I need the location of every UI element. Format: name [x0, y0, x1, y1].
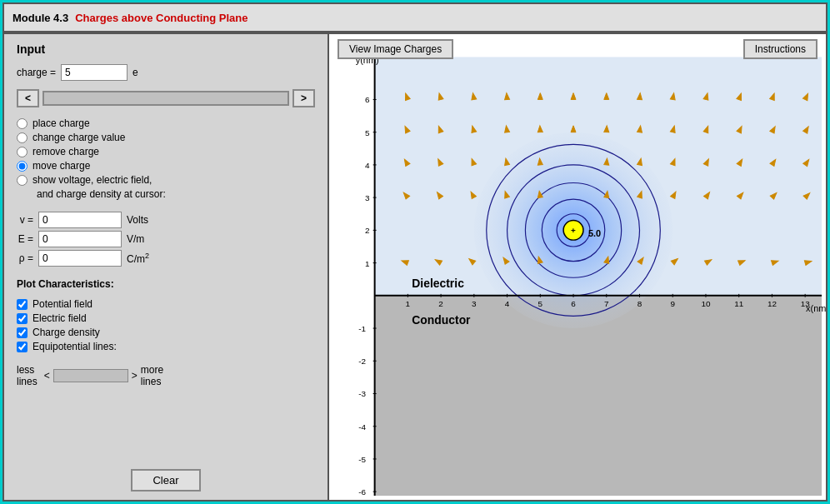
svg-text:6: 6: [571, 299, 576, 308]
right-panel: View Image Charges Instructions: [329, 34, 826, 500]
radio-cursor-info-label: and charge density at cursor:: [37, 188, 166, 200]
radio-remove-charge-input[interactable]: [17, 147, 28, 157]
cb-charge-density-label: Charge density: [32, 327, 100, 338]
left-panel: Input charge = e < > place charge cha: [4, 34, 329, 500]
charge-plus: +: [571, 226, 576, 235]
svg-text:-4: -4: [358, 422, 366, 432]
rho-row: ρ = C/m2: [17, 250, 315, 267]
radio-move-charge-input[interactable]: [17, 161, 28, 172]
svg-text:4: 4: [505, 299, 510, 308]
voltage-input[interactable]: [38, 212, 122, 228]
radio-group: place charge change charge value remove …: [17, 117, 315, 200]
radio-move-charge-label: move charge: [32, 160, 90, 172]
radio-change-charge: change charge value: [17, 132, 315, 143]
module-number: Module 4.3: [12, 12, 68, 24]
cb-electric: Electric field: [17, 312, 315, 324]
radio-remove-charge: remove charge: [17, 146, 315, 157]
field-group: v = Volts E = V/m ρ = C/m2: [17, 212, 315, 267]
radio-change-charge-label: change charge value: [32, 132, 125, 143]
radio-place-charge-input[interactable]: [17, 118, 28, 129]
cb-equipotential: Equipotential lines:: [17, 341, 315, 352]
svg-text:-3: -3: [358, 389, 366, 398]
title-bar: Module 4.3 Charges above Conducting Plan…: [2, 2, 828, 32]
panel-title: Input: [17, 42, 315, 56]
svg-text:-1: -1: [358, 324, 366, 333]
rho-label: ρ =: [17, 252, 33, 264]
radio-show-voltage-label: show voltage, electric field,: [32, 174, 152, 186]
slider-left-btn[interactable]: <: [17, 89, 39, 107]
module-title: Charges above Conducting Plane: [75, 12, 248, 24]
charge-value-label: 5.0: [588, 228, 601, 238]
slider-right-btn[interactable]: >: [292, 89, 315, 107]
cb-charge-density: Charge density: [17, 327, 315, 338]
cb-charge-density-input[interactable]: [17, 327, 28, 338]
cb-potential: Potential field: [17, 298, 315, 310]
svg-text:8: 8: [638, 299, 642, 308]
lines-row: lesslines < > morelines: [17, 364, 315, 387]
radio-show-voltage-input[interactable]: [17, 175, 28, 186]
slider-track[interactable]: [42, 91, 289, 106]
svg-text:-2: -2: [358, 357, 366, 366]
plot-chars-title: Plot Characteristics:: [17, 278, 315, 290]
cb-equipotential-label: Equipotential lines:: [32, 341, 117, 352]
lines-more-label: morelines: [141, 364, 163, 387]
charge-input[interactable]: [61, 64, 128, 81]
radio-cursor-info: and charge density at cursor:: [17, 188, 315, 200]
svg-text:5: 5: [538, 299, 543, 308]
radio-show-voltage: show voltage, electric field,: [17, 174, 315, 186]
charge-label: charge =: [17, 67, 56, 78]
svg-text:-5: -5: [358, 455, 366, 464]
radio-place-charge-label: place charge: [32, 117, 90, 129]
v-label: v =: [17, 214, 33, 226]
field-canvas: x(nm) 1 2 3 4 5 6 7: [329, 34, 826, 500]
svg-text:13: 13: [801, 299, 811, 308]
svg-text:1: 1: [365, 259, 370, 268]
cb-equipotential-input[interactable]: [17, 342, 28, 352]
svg-text:-6: -6: [358, 487, 366, 497]
e-label: E =: [17, 233, 33, 245]
svg-text:7: 7: [604, 299, 609, 308]
v-unit: Volts: [127, 214, 148, 226]
radio-change-charge-input[interactable]: [17, 132, 28, 143]
instructions-btn[interactable]: Instructions: [743, 39, 818, 59]
radio-move-charge: move charge: [17, 160, 315, 172]
lines-arrow-right: >: [132, 370, 138, 382]
svg-text:9: 9: [670, 299, 675, 308]
rho-input[interactable]: [38, 250, 122, 267]
rho-superscript: 2: [145, 252, 149, 260]
efield-row: E = V/m: [17, 231, 315, 247]
cb-electric-input[interactable]: [17, 313, 28, 324]
svg-text:12: 12: [768, 299, 777, 308]
cb-electric-label: Electric field: [32, 312, 87, 324]
clear-btn-row: Clear: [17, 469, 315, 492]
svg-text:3: 3: [365, 193, 370, 202]
svg-text:2: 2: [365, 226, 370, 235]
cb-potential-input[interactable]: [17, 299, 28, 310]
radio-place-charge: place charge: [17, 117, 315, 129]
conductor-label: Conductor: [412, 313, 471, 327]
clear-button[interactable]: Clear: [131, 469, 200, 492]
dielectric-label: Dielectric: [412, 277, 464, 290]
checkbox-group: Potential field Electric field Charge de…: [17, 298, 315, 352]
svg-text:6: 6: [365, 95, 370, 104]
lines-arrow-left: <: [44, 370, 50, 382]
svg-text:1: 1: [406, 299, 411, 308]
svg-text:10: 10: [701, 299, 711, 308]
lines-slider[interactable]: [53, 369, 128, 382]
rho-unit: C/m2: [127, 252, 149, 265]
svg-text:11: 11: [734, 299, 743, 308]
efield-input[interactable]: [38, 231, 122, 247]
slider-row: < >: [17, 89, 315, 107]
charge-unit: e: [132, 67, 138, 78]
view-image-charges-btn[interactable]: View Image Charges: [338, 39, 453, 59]
svg-text:3: 3: [472, 299, 477, 308]
svg-text:5: 5: [365, 128, 370, 137]
radio-remove-charge-label: remove charge: [32, 146, 99, 157]
y-ticks-neg: -1 -2 -3 -4 -5 -6: [358, 324, 376, 497]
e-unit: V/m: [127, 233, 144, 245]
svg-text:4: 4: [365, 161, 370, 170]
cb-potential-label: Potential field: [32, 298, 92, 310]
voltage-row: v = Volts: [17, 212, 315, 228]
lines-less-label: lesslines: [17, 364, 38, 387]
charge-row: charge = e: [17, 64, 315, 81]
